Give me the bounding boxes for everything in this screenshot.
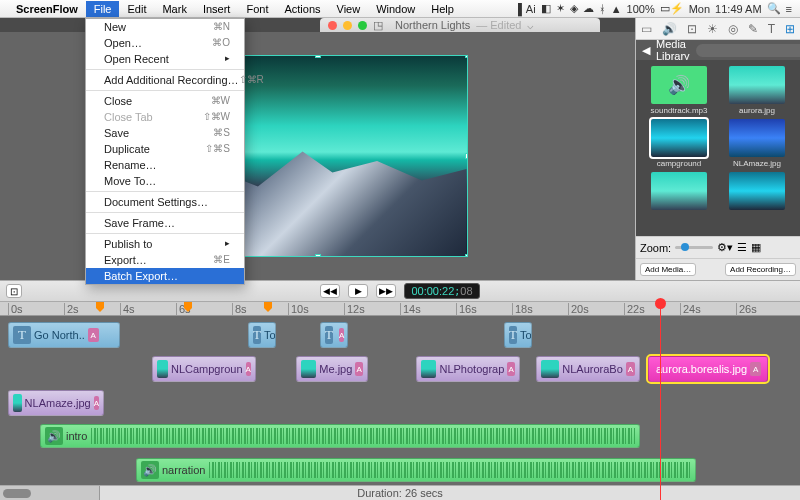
- menu-window[interactable]: Window: [368, 1, 423, 17]
- clip-img[interactable]: NLPhotograpA: [416, 356, 520, 382]
- timeline-track[interactable]: 🔊intro: [0, 422, 800, 452]
- horizontal-scrollbar[interactable]: [0, 486, 100, 500]
- menu-item-document-settings-[interactable]: Document Settings…: [86, 194, 244, 210]
- chapter-marker[interactable]: [264, 302, 272, 312]
- timeline-ruler[interactable]: 0s2s4s6s8s10s12s14s16s18s20s22s24s26s: [0, 302, 800, 316]
- menu-mark[interactable]: Mark: [154, 1, 194, 17]
- notification-icon[interactable]: ≡: [786, 3, 792, 15]
- resize-handle[interactable]: [315, 254, 321, 257]
- bluetooth-icon[interactable]: ᚼ: [599, 3, 606, 15]
- clip-img[interactable]: NLAuroraBoA: [536, 356, 640, 382]
- clip-title[interactable]: TGo North..A: [8, 322, 120, 348]
- view-list-icon[interactable]: ☰: [737, 241, 747, 254]
- menu-item-save-frame-[interactable]: Save Frame…: [86, 215, 244, 231]
- menu-item-save[interactable]: Save⌘S: [86, 125, 244, 141]
- screen-tab-icon[interactable]: ⊡: [687, 22, 697, 36]
- rewind-button[interactable]: ◀◀: [320, 284, 340, 298]
- wifi-icon[interactable]: ▲: [611, 3, 622, 15]
- window-close-icon[interactable]: [328, 21, 337, 30]
- dropbox-icon[interactable]: ◈: [570, 2, 578, 15]
- clip-label: aurora.borealis.jpg: [656, 363, 747, 375]
- menu-item-open-[interactable]: Open…⌘O: [86, 35, 244, 51]
- media-item[interactable]: NLAmaze.jpg: [720, 119, 794, 168]
- menu-edit[interactable]: Edit: [119, 1, 154, 17]
- playhead[interactable]: [660, 302, 661, 500]
- clip-title[interactable]: TA: [320, 322, 348, 348]
- menu-item-publish-to[interactable]: Publish to: [86, 236, 244, 252]
- menu-font[interactable]: Font: [238, 1, 276, 17]
- app-name[interactable]: ScreenFlow: [16, 3, 78, 15]
- forward-button[interactable]: ▶▶: [376, 284, 396, 298]
- clip-sel[interactable]: aurora.borealis.jpgA: [648, 356, 768, 382]
- resize-handle[interactable]: [465, 254, 468, 257]
- window-zoom-icon[interactable]: [358, 21, 367, 30]
- menu-view[interactable]: View: [329, 1, 369, 17]
- menu-item-new[interactable]: New⌘N: [86, 19, 244, 35]
- media-item[interactable]: campground: [642, 119, 716, 168]
- menu-item-move-to-[interactable]: Move To…: [86, 173, 244, 189]
- cloud-icon[interactable]: ☁: [583, 2, 594, 15]
- view-grid-icon[interactable]: ▦: [751, 241, 761, 254]
- add-recording-button[interactable]: Add Recording…: [725, 263, 796, 276]
- text-tab-icon[interactable]: T: [768, 22, 775, 36]
- annotate-tab-icon[interactable]: ✎: [748, 22, 758, 36]
- clip-img[interactable]: NLAmaze.jpgA: [8, 390, 104, 416]
- chapter-marker[interactable]: [96, 302, 104, 312]
- menu-item-export-[interactable]: Export…⌘E: [86, 252, 244, 268]
- menubar: ScreenFlow File Edit Mark Insert Font Ac…: [0, 0, 800, 18]
- clip-label: To: [264, 329, 276, 341]
- media-search-input[interactable]: [696, 44, 800, 57]
- add-media-button[interactable]: Add Media…: [640, 263, 696, 276]
- menu-item-close-tab[interactable]: Close Tab⇧⌘W: [86, 109, 244, 125]
- clip-label: NLAuroraBo: [562, 363, 623, 375]
- clip-audio[interactable]: 🔊intro: [40, 424, 640, 448]
- adobe-icon[interactable]: ▌Ai: [518, 3, 536, 15]
- menu-item-batch-export-[interactable]: Batch Export…: [86, 268, 244, 284]
- ruler-tick: 22s: [624, 303, 645, 315]
- evernote-icon[interactable]: ✶: [556, 2, 565, 15]
- zoom-slider[interactable]: [675, 246, 713, 249]
- menu-item-close[interactable]: Close⌘W: [86, 93, 244, 109]
- callout-tab-icon[interactable]: ☀: [707, 22, 718, 36]
- clip-thumbnail: [301, 360, 316, 378]
- video-tab-icon[interactable]: ▭: [641, 22, 652, 36]
- tag-icon[interactable]: ◧: [541, 2, 551, 15]
- resize-handle[interactable]: [465, 55, 468, 58]
- clip-title[interactable]: TToA: [504, 322, 532, 348]
- timeline[interactable]: TGo North..ATToATATToANLCampgrounAMe.jpg…: [0, 316, 800, 485]
- media-item[interactable]: [642, 172, 716, 212]
- play-button[interactable]: ▶: [348, 284, 368, 298]
- title-dropdown-icon[interactable]: ⌵: [527, 19, 534, 32]
- menu-actions[interactable]: Actions: [276, 1, 328, 17]
- ruler-tick: 20s: [568, 303, 589, 315]
- menu-insert[interactable]: Insert: [195, 1, 239, 17]
- touch-tab-icon[interactable]: ◎: [728, 22, 738, 36]
- clip-audio[interactable]: 🔊narration: [136, 458, 696, 482]
- spotlight-icon[interactable]: 🔍: [767, 2, 781, 15]
- timeline-track[interactable]: 🔊narration: [0, 456, 800, 485]
- media-item[interactable]: [720, 172, 794, 212]
- timeline-track[interactable]: TGo North..ATToATATToA: [0, 320, 800, 350]
- menu-help[interactable]: Help: [423, 1, 462, 17]
- menu-item-open-recent[interactable]: Open Recent: [86, 51, 244, 67]
- clip-title[interactable]: TToA: [248, 322, 276, 348]
- menu-item-add-additional-recording-[interactable]: Add Additional Recording…⇧⌘R: [86, 72, 244, 88]
- menu-item-duplicate[interactable]: Duplicate⇧⌘S: [86, 141, 244, 157]
- window-minimize-icon[interactable]: [343, 21, 352, 30]
- timeline-track[interactable]: NLCampgrounAMe.jpgANLPhotograpANLAuroraB…: [0, 354, 800, 384]
- media-tab-icon[interactable]: ⊞: [785, 22, 795, 36]
- timeline-track[interactable]: NLAmaze.jpgA: [0, 388, 800, 418]
- battery-icon: ▭⚡: [660, 2, 684, 15]
- resize-handle[interactable]: [465, 153, 468, 159]
- media-item[interactable]: aurora.jpg: [720, 66, 794, 115]
- menu-file[interactable]: File: [86, 1, 120, 17]
- media-item[interactable]: 🔊soundtrack.mp3: [642, 66, 716, 115]
- resize-handle[interactable]: [315, 55, 321, 58]
- gear-icon[interactable]: ⚙▾: [717, 241, 733, 254]
- crop-button[interactable]: ⊡: [6, 284, 22, 298]
- audio-tab-icon[interactable]: 🔊: [662, 22, 677, 36]
- lib-back-icon[interactable]: ◀: [642, 44, 650, 57]
- clip-img[interactable]: Me.jpgA: [296, 356, 368, 382]
- clip-img[interactable]: NLCampgrounA: [152, 356, 256, 382]
- menu-item-rename-[interactable]: Rename…: [86, 157, 244, 173]
